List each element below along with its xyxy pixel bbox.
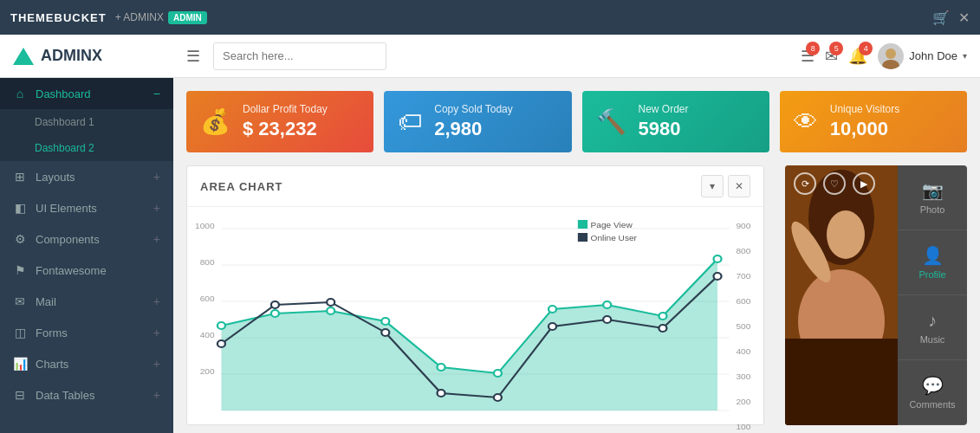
- components-icon: ⚙: [13, 232, 27, 246]
- notif-badge-2: 5: [829, 42, 843, 55]
- sidebar-item-mail[interactable]: ✉ Mail +: [0, 286, 173, 317]
- charts-icon: 📊: [13, 357, 27, 371]
- stat-value-2: 5980: [639, 118, 689, 140]
- sidebar-item-data-tables[interactable]: ⊟ Data Tables +: [0, 379, 173, 410]
- visitors-icon: 👁: [794, 107, 818, 136]
- notifications-icon-3[interactable]: 🔔 4: [848, 47, 867, 66]
- sidebar-item-components[interactable]: ⚙ Components +: [0, 223, 173, 255]
- chart-close-btn[interactable]: ✕: [728, 175, 750, 197]
- notifications-icon-2[interactable]: ✉ 5: [825, 47, 838, 66]
- svg-point-36: [381, 329, 389, 336]
- action-music-label: Music: [920, 334, 945, 345]
- svg-point-28: [494, 370, 502, 377]
- profile-ctrl-2[interactable]: ♡: [823, 172, 846, 195]
- plus-icon-5: +: [153, 326, 160, 339]
- tab-adminx[interactable]: + ADMINX ADMIN: [115, 11, 207, 24]
- chart-collapse-btn[interactable]: ▾: [701, 175, 724, 197]
- stat-label-0: Dollar Profit Today: [243, 103, 328, 115]
- svg-text:600: 600: [736, 297, 750, 306]
- action-profile-label: Profile: [918, 269, 945, 280]
- sidebar-item-layouts[interactable]: ⊞ Layouts +: [0, 161, 173, 192]
- stat-value-3: 10,000: [830, 118, 899, 140]
- plus-icon: +: [153, 170, 160, 184]
- svg-text:800: 800: [200, 258, 215, 267]
- sidebar-item-ui-elements[interactable]: ◧ UI Elements +: [0, 192, 173, 223]
- sidebar-item-forms[interactable]: ◫ Forms +: [0, 317, 173, 348]
- area-chart-section: AREA CHART ▾ ✕ 1000 800 600 400 200: [186, 165, 764, 425]
- svg-point-31: [659, 313, 666, 320]
- svg-rect-45: [578, 233, 587, 242]
- top-bar-right: 🛒 ✕: [932, 10, 970, 26]
- stat-label-1: Copy Sold Today: [434, 103, 513, 115]
- svg-text:400: 400: [736, 347, 750, 356]
- forms-icon: ◫: [13, 326, 27, 339]
- tables-icon: ⊟: [13, 388, 27, 402]
- svg-point-42: [714, 273, 722, 280]
- svg-point-23: [217, 322, 225, 329]
- top-bar: THEMEBUCKET + ADMINX ADMIN 🛒 ✕: [0, 0, 980, 35]
- header-right: ☰ 8 ✉ 5 🔔 4 John Doe ▾: [801, 43, 967, 69]
- action-music[interactable]: ♪ Music: [898, 295, 967, 360]
- stat-label-2: New Order: [639, 103, 689, 115]
- chart-controls: ▾ ✕: [701, 175, 750, 197]
- svg-point-1: [882, 60, 899, 69]
- main-content: 💰 Dollar Profit Today $ 23,232 🏷 Copy So…: [173, 78, 980, 433]
- right-actions: 📷 Photo 👤 Profile ♪ Music 💬 Comments: [898, 165, 967, 425]
- svg-text:900: 900: [736, 222, 750, 230]
- action-photo[interactable]: 📷 Photo: [898, 165, 967, 230]
- stat-value-0: $ 23,232: [243, 118, 328, 140]
- tab-label: + ADMINX: [115, 11, 164, 23]
- logo-text: ADMINX: [41, 47, 102, 65]
- sidebar: ⌂ Dashboard − Dashboard 1 Dashboard 2 ⊞ …: [0, 78, 173, 433]
- sidebar-item-dashboard[interactable]: ⌂ Dashboard −: [0, 78, 173, 109]
- sidebar-item-dashboard1[interactable]: Dashboard 1: [0, 109, 173, 135]
- profile-ctrl-1[interactable]: ⟳: [794, 172, 816, 195]
- action-profile[interactable]: 👤 Profile: [898, 230, 967, 295]
- svg-point-37: [438, 390, 445, 397]
- plus-icon-4: +: [153, 294, 160, 308]
- cart-icon[interactable]: 🛒: [932, 10, 950, 26]
- order-icon: 🔨: [596, 107, 626, 136]
- sidebar-item-charts[interactable]: 📊 Charts +: [0, 348, 173, 379]
- svg-point-0: [886, 48, 896, 59]
- stat-value-1: 2,980: [434, 118, 513, 140]
- caret-down-icon: ▾: [963, 51, 967, 61]
- svg-text:400: 400: [200, 331, 215, 339]
- plus-icon-3: +: [153, 232, 160, 246]
- svg-marker-22: [221, 259, 717, 410]
- copy-icon: 🏷: [398, 107, 422, 136]
- notif-badge-1: 8: [806, 42, 820, 55]
- plus-icon-6: +: [153, 357, 160, 371]
- action-comments[interactable]: 💬 Comments: [898, 360, 967, 425]
- svg-point-40: [603, 316, 611, 323]
- svg-point-35: [327, 299, 334, 306]
- brand-label: THEMEBUCKET: [10, 11, 107, 24]
- stat-card-order: 🔨 New Order 5980: [582, 91, 769, 152]
- area-chart-svg: 1000 800 600 400 200 900 800 700 600 500…: [187, 216, 763, 433]
- svg-text:800: 800: [736, 247, 750, 255]
- main-header: ADMINX ☰ ☰ 8 ✉ 5 🔔 4 John Doe ▾: [0, 35, 980, 78]
- logo-triangle-icon: [13, 48, 34, 65]
- sidebar-item-fontawesome[interactable]: ⚑ Fontawesome: [0, 255, 173, 286]
- svg-text:600: 600: [200, 294, 215, 303]
- profile-icon: 👤: [922, 245, 944, 266]
- user-name: John Doe: [909, 49, 957, 62]
- profile-ctrl-3[interactable]: ▶: [853, 172, 875, 195]
- mail-nav-icon: ✉: [13, 294, 27, 308]
- search-input[interactable]: [213, 42, 386, 70]
- chart-header: AREA CHART ▾ ✕: [187, 166, 763, 207]
- svg-point-41: [659, 325, 666, 332]
- notifications-icon-1[interactable]: ☰ 8: [801, 47, 815, 66]
- ui-icon: ◧: [13, 201, 27, 215]
- camera-icon: 📷: [922, 180, 944, 201]
- logo-area: ADMINX: [13, 47, 173, 65]
- action-comments-label: Comments: [909, 399, 955, 410]
- sidebar-item-dashboard2[interactable]: Dashboard 2: [0, 135, 173, 161]
- svg-text:Online User: Online User: [591, 234, 638, 242]
- svg-text:300: 300: [736, 372, 750, 381]
- svg-point-30: [603, 301, 611, 308]
- user-menu[interactable]: John Doe ▾: [878, 43, 967, 69]
- stat-card-copy: 🏷 Copy Sold Today 2,980: [384, 91, 571, 152]
- topbar-close-icon[interactable]: ✕: [958, 10, 970, 26]
- hamburger-icon[interactable]: ☰: [186, 47, 200, 66]
